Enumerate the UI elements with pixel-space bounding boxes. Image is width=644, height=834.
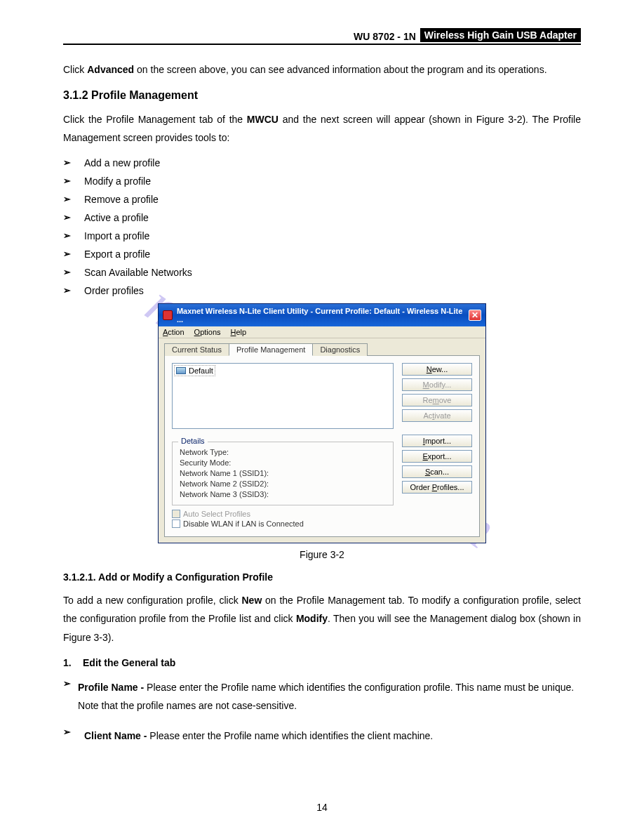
button-column-bottom: Import... Export... Scan... Order Profil…	[402, 435, 472, 505]
import-button[interactable]: Import...	[402, 435, 472, 447]
detail-ssid2: Network Name 2 (SSID2):	[180, 479, 386, 488]
def-desc: Please enter the Profile name which iden…	[149, 730, 433, 741]
sub-paragraph: To add a new configuration profile, clic…	[63, 591, 581, 647]
titlebar[interactable]: Maxnet Wireless N-Lite Client Utility - …	[159, 304, 485, 326]
feature-list: ➢Add a new profile ➢Modify a profile ➢Re…	[63, 157, 581, 296]
checkbox-icon	[172, 519, 180, 528]
section-paragraph: Click the Profile Management tab of the …	[63, 110, 581, 147]
profile-item-default[interactable]: Default	[174, 365, 215, 376]
list-item: ➢Scan Available Networks	[63, 267, 581, 278]
list-item: ➢Export a profile	[63, 249, 581, 260]
chevron-icon: ➢	[63, 249, 84, 259]
profile-list[interactable]: Default	[172, 363, 394, 429]
list-item: ➢Active a profile	[63, 212, 581, 223]
window-title: Maxnet Wireless N-Lite Client Utility - …	[177, 307, 469, 324]
scan-button[interactable]: Scan...	[402, 465, 472, 478]
list-item: ➢Remove a profile	[63, 194, 581, 205]
figure-wrap: Maxnet Wireless N-Lite Client Utility - …	[63, 303, 581, 560]
export-button[interactable]: Export...	[402, 450, 472, 463]
chevron-icon: ➢	[63, 194, 84, 204]
chevron-icon: ➢	[63, 285, 84, 296]
auto-select-checkbox[interactable]: Auto Select Profiles	[172, 510, 472, 518]
list-item-label: Active a profile	[84, 212, 149, 223]
intro-paragraph: Click Advanced on the screen above, you …	[63, 60, 581, 79]
checkbox-label: Auto Select Profiles	[183, 510, 250, 518]
details-legend: Details	[178, 437, 208, 445]
app-icon	[163, 310, 173, 320]
section-para-pre: Click the Profile Management tab of the	[63, 114, 247, 125]
new-button[interactable]: New...	[402, 363, 472, 376]
list-item-label: Add a new profile	[84, 157, 160, 168]
detail-ssid1: Network Name 1 (SSID1):	[180, 469, 386, 477]
chevron-icon: ➢	[63, 212, 84, 223]
checkbox-label: Disable WLAN if LAN is Connected	[183, 519, 304, 528]
disable-wlan-checkbox[interactable]: Disable WLAN if LAN is Connected	[172, 519, 472, 528]
section-para-bold: MWCU	[247, 114, 279, 125]
button-column-top: New... Modify... Remove Activate	[402, 363, 472, 429]
def-term: Client Name -	[84, 730, 149, 741]
tab-profile-management[interactable]: Profile Management	[229, 343, 313, 356]
profile-icon	[176, 367, 186, 374]
modify-button[interactable]: Modify...	[402, 378, 472, 391]
menu-options[interactable]: Options	[194, 328, 221, 336]
menu-action[interactable]: Action	[163, 328, 185, 336]
sub-section-heading: 3.1.2.1. Add or Modify a Configuration P…	[63, 571, 581, 583]
close-button[interactable]: ✕	[469, 310, 481, 321]
step-number: 1.	[63, 657, 83, 668]
detail-ssid3: Network Name 3 (SSID3):	[180, 490, 386, 498]
list-item: ➢Add a new profile	[63, 157, 581, 168]
profile-item-label: Default	[189, 366, 213, 375]
step-text: Edit the General tab	[83, 657, 175, 668]
def-term: Profile Name -	[78, 682, 147, 693]
figure-caption: Figure 3-2	[300, 549, 344, 560]
list-item-label: Import a profile	[84, 230, 149, 241]
detail-security-mode: Security Mode:	[180, 458, 386, 467]
dialog-window: Maxnet Wireless N-Lite Client Utility - …	[158, 303, 486, 543]
list-item: ➢Profile Name - Please enter the Profile…	[63, 678, 581, 715]
section-heading: 3.1.2 Profile Management	[63, 89, 581, 102]
sub-para-part: To add a new configuration profile, clic…	[63, 595, 242, 606]
list-item-label: Scan Available Networks	[84, 267, 192, 278]
chevron-icon: ➢	[63, 267, 84, 277]
remove-button[interactable]: Remove	[402, 394, 472, 406]
product-title: Wireless High Gain USB Adapter	[420, 28, 581, 42]
chevron-icon: ➢	[63, 678, 78, 689]
detail-network-type: Network Type:	[180, 448, 386, 456]
checkbox-icon	[172, 510, 180, 518]
tab-current-status[interactable]: Current Status	[164, 343, 229, 356]
tab-pane: Default New... Modify... Remove Activate…	[164, 355, 480, 537]
intro-post: on the screen above, you can see advance…	[134, 64, 546, 75]
page-number: 14	[0, 802, 644, 813]
chevron-icon: ➢	[63, 157, 84, 168]
definition-list: ➢Profile Name - Please enter the Profile…	[63, 678, 581, 746]
menubar: Action Options Help	[159, 326, 485, 338]
activate-button[interactable]: Activate	[402, 409, 472, 422]
intro-bold: Advanced	[87, 64, 134, 75]
list-item: ➢Import a profile	[63, 230, 581, 241]
intro-pre: Click	[63, 64, 87, 75]
order-profiles-button[interactable]: Order Profiles...	[402, 481, 472, 494]
list-item-label: Remove a profile	[84, 194, 159, 205]
chevron-icon: ➢	[63, 727, 84, 737]
menu-help[interactable]: Help	[231, 328, 247, 336]
chevron-icon: ➢	[63, 230, 84, 241]
list-item: ➢Client Name - Please enter the Profile …	[63, 727, 581, 746]
header-rule	[63, 44, 581, 45]
list-item-label: Modify a profile	[84, 176, 151, 187]
sub-para-bold: New	[242, 595, 262, 606]
list-item: ➢Order profiles	[63, 285, 581, 296]
numbered-step: 1.Edit the General tab	[63, 657, 581, 668]
list-item-label: Export a profile	[84, 249, 150, 260]
tab-diagnostics[interactable]: Diagnostics	[312, 343, 368, 356]
details-group: Details Network Type: Security Mode: Net…	[172, 442, 394, 505]
page-header: WU 8702 - 1N Wireless High Gain USB Adap…	[63, 28, 581, 42]
checkbox-group: Auto Select Profiles Disable WLAN if LAN…	[172, 510, 472, 528]
list-item: ➢Modify a profile	[63, 176, 581, 187]
list-item-label: Order profiles	[84, 285, 144, 296]
chevron-icon: ➢	[63, 176, 84, 186]
sub-para-bold: Modify	[296, 613, 328, 624]
def-desc: Please enter the Profile name which iden…	[78, 682, 574, 712]
tab-row: Current Status Profile Management Diagno…	[159, 338, 485, 355]
model-number: WU 8702 - 1N	[354, 31, 420, 42]
